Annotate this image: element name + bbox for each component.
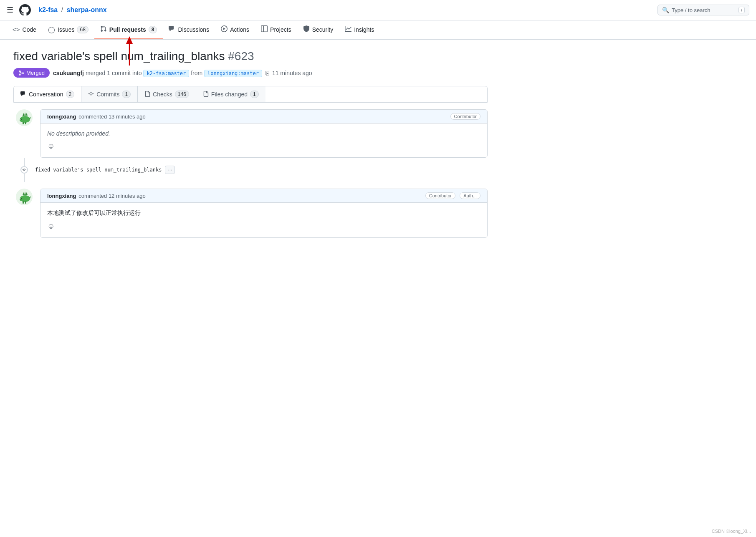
- comment-time-2: commented 12 minutes ago: [78, 193, 145, 199]
- pr-tabs: Conversation 2 Commits 1 Checks 146 File…: [13, 86, 488, 103]
- author-badge-2: Auth...: [460, 192, 480, 199]
- nav-item-issues[interactable]: ◯ Issues 68: [42, 21, 94, 39]
- actions-icon: [221, 25, 228, 33]
- avatar-col-2: [13, 189, 35, 205]
- nav-item-security[interactable]: Security: [297, 20, 339, 39]
- comment-box-2: lonngxiang commented 12 minutes ago Cont…: [40, 189, 488, 238]
- commit-message-text: fixed variable's spell num_trailing_blan…: [35, 167, 162, 173]
- svg-rect-22: [25, 201, 26, 204]
- pull-requests-icon: [100, 25, 107, 33]
- avatar-col-1: [13, 109, 35, 128]
- hamburger-icon[interactable]: ☰: [7, 5, 13, 15]
- search-icon: 🔍: [662, 7, 669, 13]
- comment-time-1: commented 13 minutes ago: [78, 113, 145, 120]
- search-bar[interactable]: 🔍 Type / to search /: [657, 5, 749, 15]
- pr-from-text: from: [191, 70, 204, 76]
- commits-tab-icon: [88, 91, 94, 98]
- commits-tab-count: 1: [122, 91, 131, 98]
- red-arrow-svg: [117, 36, 142, 66]
- nav-label-actions: Actions: [230, 26, 249, 33]
- svg-rect-11: [25, 122, 26, 124]
- nav-item-projects[interactable]: Projects: [255, 20, 297, 39]
- nav-label-projects: Projects: [270, 26, 291, 33]
- repo-owner-link[interactable]: k2-fsa: [38, 6, 58, 13]
- tab-files-changed[interactable]: Files changed 1: [196, 86, 265, 102]
- comment-header-2: lonngxiang commented 12 minutes ago Cont…: [40, 189, 487, 203]
- comment-author-1[interactable]: lonngxiang: [47, 113, 76, 120]
- pr-content: fixed variable's spell num_trailing_blan…: [0, 40, 501, 248]
- nav-item-discussions[interactable]: Discussions: [163, 20, 215, 39]
- nav-label-pull-requests: Pull requests: [109, 26, 146, 33]
- conversation-tab-icon: [20, 91, 26, 98]
- nav-label-issues: Issues: [58, 26, 74, 33]
- comment-body-italic-1: No description provided.: [47, 130, 480, 137]
- comment-thread-1: lonngxiang commented 13 minutes ago Cont…: [13, 109, 488, 158]
- avatar-2: [16, 189, 33, 205]
- comment-body-1: No description provided. ☺: [40, 124, 487, 157]
- merge-icon: [18, 70, 24, 76]
- tab-commits[interactable]: Commits 1: [81, 86, 138, 102]
- commit-dots-button[interactable]: ···: [165, 166, 175, 174]
- comments-section: lonngxiang commented 13 minutes ago Cont…: [13, 109, 488, 238]
- comment-header-1: lonngxiang commented 13 minutes ago Cont…: [40, 110, 487, 124]
- repo-name-link[interactable]: sherpa-onnx: [67, 6, 107, 13]
- comment-thread-2: lonngxiang commented 12 minutes ago Cont…: [13, 189, 488, 238]
- vert-line-after-commit: [24, 174, 25, 182]
- vert-line-before-commit: [24, 158, 25, 166]
- pr-title: fixed variable's spell num_trailing_blan…: [13, 50, 488, 63]
- emoji-reaction-btn-2[interactable]: ☺: [47, 222, 55, 230]
- comment-author-2[interactable]: lonngxiang: [47, 193, 76, 199]
- commit-avatar-col: [13, 158, 35, 182]
- pr-meta-description: csukuangfj merged 1 commit into k2-fsa:m…: [53, 70, 262, 76]
- commit-circle-icon: [20, 166, 28, 174]
- nav-item-insights[interactable]: Insights: [339, 20, 380, 39]
- merged-badge: Merged: [13, 68, 50, 78]
- pull-requests-count-badge: 8: [149, 26, 157, 33]
- comment-box-1: lonngxiang commented 13 minutes ago Cont…: [40, 109, 488, 158]
- insights-icon: [345, 25, 351, 33]
- svg-rect-10: [23, 122, 24, 124]
- files-changed-tab-label: Files changed: [211, 91, 248, 98]
- search-kbd-shortcut: /: [738, 7, 745, 13]
- breadcrumb: k2-fsa / sherpa-onnx: [38, 6, 107, 14]
- checks-tab-label: Checks: [153, 91, 172, 98]
- contributor-badge-2: Contributor: [425, 192, 455, 199]
- comment-chinese-text-2: 本地测试了修改后可以正常执行运行: [47, 209, 480, 217]
- nav-label-insights: Insights: [354, 26, 374, 33]
- issues-icon: ◯: [48, 26, 55, 33]
- pr-action-text: merged 1 commit into: [86, 70, 144, 76]
- emoji-reaction-btn-1[interactable]: ☺: [47, 142, 55, 150]
- tab-checks[interactable]: Checks 146: [138, 86, 196, 102]
- svg-rect-21: [23, 201, 24, 204]
- files-changed-tab-icon: [203, 91, 209, 98]
- discussions-icon: [169, 25, 175, 33]
- search-placeholder-text: Type / to search: [672, 7, 710, 13]
- copy-icon[interactable]: ⎘: [265, 70, 269, 76]
- head-branch-tag[interactable]: lonngxiang:master: [204, 70, 262, 77]
- svg-point-9: [20, 119, 21, 120]
- repo-nav: <> Code ◯ Issues 68 Pull requests 8 Disc…: [0, 20, 756, 40]
- nav-label-discussions: Discussions: [178, 26, 209, 33]
- pr-number: #623: [228, 50, 254, 63]
- issues-count-badge: 68: [77, 26, 88, 33]
- nav-item-actions[interactable]: Actions: [215, 20, 255, 39]
- svg-marker-1: [126, 36, 133, 44]
- comment-body-2: 本地测试了修改后可以正常执行运行 ☺: [40, 203, 487, 237]
- merged-badge-text: Merged: [26, 70, 45, 76]
- contributor-badge-1: Contributor: [450, 113, 480, 120]
- pr-time-ago: 11 minutes ago: [272, 70, 312, 76]
- top-nav: ☰ k2-fsa / sherpa-onnx 🔍 Type / to searc…: [0, 0, 756, 20]
- base-branch-tag[interactable]: k2-fsa:master: [143, 70, 189, 77]
- nav-item-code[interactable]: <> Code: [7, 21, 42, 39]
- checks-tab-count: 146: [175, 91, 189, 98]
- security-icon: [303, 25, 310, 33]
- tab-conversation[interactable]: Conversation 2: [14, 86, 81, 102]
- conversation-tab-count: 2: [66, 91, 75, 98]
- commit-timeline: fixed variable's spell num_trailing_blan…: [13, 158, 488, 182]
- code-icon: <>: [13, 26, 20, 33]
- nav-label-code: Code: [23, 26, 36, 33]
- pr-author-link[interactable]: csukuangfj: [53, 70, 84, 76]
- breadcrumb-separator: /: [61, 6, 63, 13]
- pr-meta: Merged csukuangfj merged 1 commit into k…: [13, 68, 488, 78]
- github-logo-icon[interactable]: [18, 3, 32, 17]
